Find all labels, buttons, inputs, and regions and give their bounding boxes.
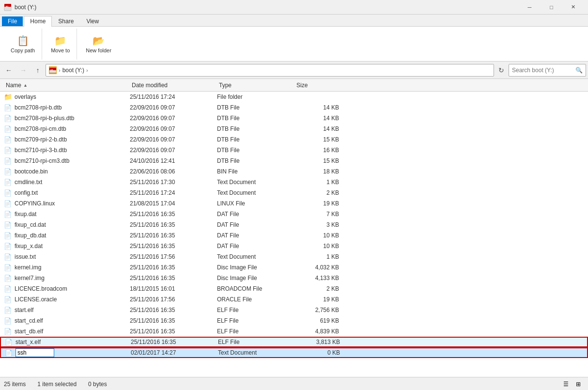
forward-button[interactable]: →: [16, 63, 30, 77]
file-name-text: bcm2708-rpi-cm.dtb: [15, 125, 66, 132]
table-row[interactable]: 📄 LICENSE.oracle 25/11/2016 17:56 ORACLE…: [0, 294, 588, 305]
file-name-cell: 📄 bootcode.bin: [4, 168, 130, 175]
file-icon: 📄: [4, 125, 12, 133]
file-date: 21/08/2015 17:04: [130, 200, 217, 207]
file-type: ORACLE File: [217, 296, 294, 303]
back-button[interactable]: ←: [2, 63, 15, 77]
file-name-cell: 📄 start.elf: [4, 306, 130, 314]
table-row[interactable]: 📄 config.txt 25/11/2016 17:24 Text Docum…: [0, 187, 588, 198]
col-type-header[interactable]: Type: [217, 81, 294, 90]
file-date: 25/11/2016 16:35: [130, 211, 217, 218]
file-name-cell: 📄 fixup_x.dat: [4, 242, 130, 250]
table-row[interactable]: 📄 start_db.elf 25/11/2016 16:35 ELF File…: [0, 326, 588, 337]
file-type: DTB File: [217, 136, 294, 143]
file-name-cell: 📄 fixup.dat: [4, 210, 130, 218]
file-date: 22/06/2016 08:06: [130, 168, 217, 175]
file-date: 18/11/2015 16:01: [130, 285, 217, 292]
up-button[interactable]: ↑: [31, 63, 45, 77]
table-row[interactable]: 📄 issue.txt 25/11/2016 17:56 Text Docume…: [0, 251, 588, 262]
ribbon-tabs: File Home Share View: [0, 15, 588, 26]
file-size: 10 KB: [294, 243, 343, 250]
file-icon: 📄: [4, 328, 12, 335]
file-name-text: bcm2708-rpi-b-plus.dtb: [15, 115, 74, 122]
column-headers: Name ▲ Date modified Type Size: [0, 79, 588, 92]
col-date-header[interactable]: Date modified: [130, 81, 217, 90]
file-icon: 📄: [4, 285, 12, 293]
move-icon: 📁: [54, 35, 66, 47]
main-area: Name ▲ Date modified Type Size 📁 overlay…: [0, 79, 588, 377]
file-size: 15 KB: [294, 157, 343, 164]
tab-home[interactable]: Home: [24, 16, 52, 27]
file-size: 2 KB: [294, 285, 343, 292]
file-icon: 📄: [4, 317, 12, 325]
table-row[interactable]: 📄 bcm2710-rpi-3-b.dtb 22/09/2016 09:07 D…: [0, 145, 588, 156]
table-row[interactable]: 📄 bootcode.bin 22/06/2016 08:06 BIN File…: [0, 166, 588, 177]
new-folder-button[interactable]: 📂 New folder: [83, 34, 114, 54]
file-name-cell: 📄 bcm2708-rpi-b-plus.dtb: [4, 114, 130, 122]
file-size: 18 KB: [294, 168, 343, 175]
doc-icon: 📄: [4, 178, 12, 186]
svg-text:SD: SD: [6, 5, 9, 8]
table-row[interactable]: 📄 COPYING.linux 21/08/2015 17:04 LINUX F…: [0, 198, 588, 209]
file-date: 25/11/2016 16:35: [130, 264, 217, 271]
file-name-cell: 📄 issue.txt: [4, 253, 130, 261]
table-row[interactable]: 📁 overlays 25/11/2016 17:24 File folder: [0, 92, 588, 102]
copy-icon: 📋: [17, 35, 29, 47]
file-icon: 📄: [4, 104, 12, 111]
file-date: 02/01/2017 14:27: [131, 349, 218, 356]
file-type: File folder: [217, 94, 294, 100]
file-date: 25/11/2016 16:35: [130, 317, 217, 324]
tab-file[interactable]: File: [2, 16, 23, 26]
tab-view[interactable]: View: [80, 16, 105, 26]
table-row[interactable]: 📄 02/01/2017 14:27 Text Document 0 KB: [0, 347, 588, 358]
file-icon: 📄: [4, 221, 12, 229]
table-row[interactable]: 📄 start_cd.elf 25/11/2016 16:35 ELF File…: [0, 315, 588, 326]
doc-icon: 📄: [5, 349, 13, 357]
large-icons-view-button[interactable]: ⊞: [573, 378, 584, 390]
rename-input[interactable]: [15, 348, 54, 357]
file-name-cell: 📄 bcm2708-rpi-b.dtb: [4, 104, 130, 111]
move-to-button[interactable]: 📁 Move to: [48, 34, 73, 54]
table-row[interactable]: 📄 fixup_db.dat 25/11/2016 16:35 DAT File…: [0, 230, 588, 241]
file-date: 22/09/2016 09:07: [130, 115, 217, 122]
refresh-button[interactable]: ↻: [495, 64, 508, 77]
search-box[interactable]: 🔍: [509, 64, 586, 77]
file-date: 22/09/2016 09:07: [130, 104, 217, 111]
table-row[interactable]: 📄 kernel.img 25/11/2016 16:35 Disc Image…: [0, 262, 588, 273]
table-row[interactable]: 📄 fixup_x.dat 25/11/2016 16:35 DAT File …: [0, 241, 588, 251]
table-row[interactable]: 📄 start_x.elf 25/11/2016 16:35 ELF File …: [0, 337, 588, 347]
file-size: 1 KB: [294, 179, 343, 186]
col-size-header[interactable]: Size: [294, 81, 343, 90]
copy-path-button[interactable]: 📋 Copy path: [8, 34, 38, 54]
close-button[interactable]: ✕: [562, 0, 584, 15]
file-type: ELF File: [218, 339, 295, 345]
minimize-button[interactable]: ─: [519, 0, 541, 15]
col-name-header[interactable]: Name ▲: [4, 81, 130, 90]
file-name-text: issue.txt: [15, 253, 36, 260]
file-date: 22/09/2016 09:07: [130, 147, 217, 154]
maximize-button[interactable]: □: [541, 0, 562, 15]
table-row[interactable]: 📄 bcm2708-rpi-b-plus.dtb 22/09/2016 09:0…: [0, 113, 588, 124]
table-row[interactable]: 📄 bcm2709-rpi-2-b.dtb 22/09/2016 09:07 D…: [0, 134, 588, 145]
file-icon: 📄: [4, 157, 12, 165]
file-icon: 📄: [4, 264, 12, 271]
file-type: DTB File: [217, 125, 294, 132]
file-type: DAT File: [217, 211, 294, 218]
table-row[interactable]: 📄 fixup.dat 25/11/2016 16:35 DAT File 7 …: [0, 209, 588, 219]
table-row[interactable]: 📄 start.elf 25/11/2016 16:35 ELF File 2,…: [0, 305, 588, 315]
table-row[interactable]: 📄 LICENCE.broadcom 18/11/2015 16:01 BROA…: [0, 283, 588, 294]
file-name-cell: 📄 bcm2710-rpi-3-b.dtb: [4, 146, 130, 154]
search-input[interactable]: [512, 67, 573, 74]
tab-share[interactable]: Share: [52, 16, 80, 26]
address-chevron: ›: [59, 67, 61, 73]
table-row[interactable]: 📄 bcm2708-rpi-cm.dtb 22/09/2016 09:07 DT…: [0, 124, 588, 134]
address-bar[interactable]: SD › boot (Y:) ›: [46, 64, 494, 77]
selected-size: 0 bytes: [88, 381, 107, 388]
details-view-button[interactable]: ☰: [560, 378, 572, 390]
table-row[interactable]: 📄 cmdline.txt 25/11/2016 17:30 Text Docu…: [0, 177, 588, 187]
file-name-text: start_cd.elf: [15, 317, 43, 324]
table-row[interactable]: 📄 fixup_cd.dat 25/11/2016 16:35 DAT File…: [0, 219, 588, 230]
table-row[interactable]: 📄 bcm2708-rpi-b.dtb 22/09/2016 09:07 DTB…: [0, 102, 588, 113]
table-row[interactable]: 📄 bcm2710-rpi-cm3.dtb 24/10/2016 12:41 D…: [0, 156, 588, 166]
table-row[interactable]: 📄 kernel7.img 25/11/2016 16:35 Disc Imag…: [0, 273, 588, 283]
